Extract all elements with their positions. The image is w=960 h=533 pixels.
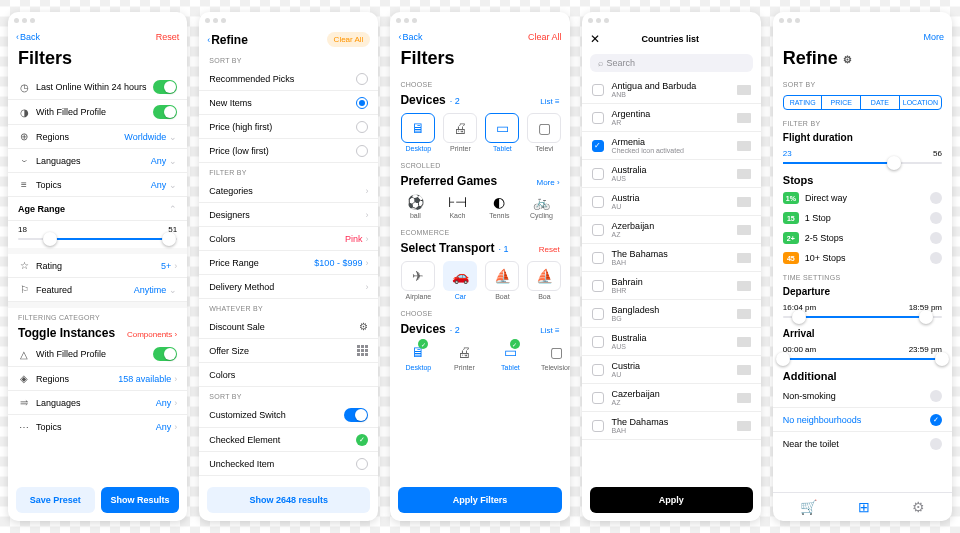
country-row[interactable]: The DahamasBAH bbox=[582, 412, 761, 440]
radio[interactable] bbox=[356, 145, 368, 157]
country-row[interactable]: CazerbaijanAZ bbox=[582, 384, 761, 412]
row-topics-2[interactable]: ⋯TopicsAny› bbox=[8, 415, 187, 439]
search-input[interactable]: ⌕Search bbox=[590, 54, 753, 72]
country-row[interactable]: ArgentinaAR bbox=[582, 104, 761, 132]
country-row[interactable]: AzerbaijanAZ bbox=[582, 216, 761, 244]
row-regions[interactable]: ⊕RegionsWorldwide⌄ bbox=[8, 125, 187, 149]
radio[interactable] bbox=[356, 73, 368, 85]
device-printer-2[interactable]: 🖨Printer bbox=[446, 342, 482, 371]
row-languages[interactable]: ⏑LanguagesAny⌄ bbox=[8, 149, 187, 173]
settings-tab[interactable]: ⚙ bbox=[912, 499, 925, 515]
radio[interactable] bbox=[356, 97, 368, 109]
seg-rating[interactable]: RATING bbox=[784, 96, 823, 109]
more-link[interactable]: More › bbox=[536, 178, 559, 187]
row-colors-2[interactable]: Colors bbox=[199, 363, 378, 387]
country-row[interactable]: Antigua and BarbudaANB bbox=[582, 76, 761, 104]
back-button[interactable]: ‹ Back bbox=[398, 32, 422, 42]
country-row[interactable]: BahrainBHR bbox=[582, 272, 761, 300]
country-row[interactable]: BangladeshBG bbox=[582, 300, 761, 328]
checkbox[interactable] bbox=[592, 252, 604, 264]
row-filled-profile-2[interactable]: △With Filled Profile bbox=[8, 342, 187, 367]
checkbox[interactable] bbox=[592, 364, 604, 376]
cart-tab[interactable]: 🛒 bbox=[800, 499, 817, 515]
country-row[interactable]: AustraliaAUS bbox=[582, 160, 761, 188]
apply-filters-button[interactable]: Apply Filters bbox=[398, 487, 561, 513]
back-button[interactable]: ‹ Refine bbox=[207, 33, 248, 47]
filter-designers[interactable]: Designers› bbox=[199, 203, 378, 227]
arrival-slider[interactable]: 00:00 am23:59 pm bbox=[773, 341, 952, 368]
back-button[interactable]: ‹ Back bbox=[16, 32, 40, 42]
country-row[interactable]: The BahamasBAH bbox=[582, 244, 761, 272]
row-non-smoking[interactable]: Non-smoking bbox=[773, 384, 952, 408]
sort-price-high[interactable]: Price (high first) bbox=[199, 115, 378, 139]
show-results-button[interactable]: Show 2648 results bbox=[207, 487, 370, 513]
toggle-blue[interactable] bbox=[344, 408, 368, 422]
duration-slider[interactable]: 2356 bbox=[773, 145, 952, 172]
row-near-toilet[interactable]: Near the toilet bbox=[773, 432, 952, 456]
components-link[interactable]: Components › bbox=[127, 330, 177, 339]
checkbox[interactable] bbox=[592, 84, 604, 96]
transport-airplane[interactable]: ✈Airplane bbox=[400, 261, 436, 300]
list-toggle-2[interactable]: List ≡ bbox=[540, 326, 559, 335]
row-checked[interactable]: Checked Element✓ bbox=[199, 428, 378, 452]
filter-colors[interactable]: ColorsPink› bbox=[199, 227, 378, 251]
row-languages-2[interactable]: ⥤LanguagesAny› bbox=[8, 391, 187, 415]
transport-boat[interactable]: ⛵Boat bbox=[484, 261, 520, 300]
country-row[interactable]: BustraliaAUS bbox=[582, 328, 761, 356]
stop-row[interactable]: 4510+ Stops bbox=[773, 248, 952, 268]
age-slider[interactable]: 1851 bbox=[8, 221, 187, 248]
game-t[interactable]: ⊚T bbox=[568, 194, 569, 219]
sort-segment[interactable]: RATING PRICE DATE LOCATION bbox=[783, 95, 942, 110]
checkbox[interactable] bbox=[592, 420, 604, 432]
seg-location[interactable]: LOCATION bbox=[900, 96, 941, 109]
show-results-button[interactable]: Show Results bbox=[101, 487, 180, 513]
row-switch[interactable]: Customized Switch bbox=[199, 403, 378, 428]
stop-row[interactable]: 151 Stop bbox=[773, 208, 952, 228]
seg-price[interactable]: PRICE bbox=[822, 96, 861, 109]
game-kach[interactable]: ⊦⊣Kach bbox=[442, 194, 472, 219]
row-unchecked[interactable]: Unchecked Item bbox=[199, 452, 378, 476]
row-regions-2[interactable]: ◈Regions158 available› bbox=[8, 367, 187, 391]
checkbox[interactable] bbox=[592, 336, 604, 348]
more-button[interactable]: More bbox=[924, 32, 945, 42]
row-topics[interactable]: ≡TopicsAny⌄ bbox=[8, 173, 187, 197]
sort-price-low[interactable]: Price (low first) bbox=[199, 139, 378, 163]
country-row[interactable]: ✓ArmeniaChecked icon activated bbox=[582, 132, 761, 160]
checkbox[interactable] bbox=[592, 280, 604, 292]
checkbox[interactable] bbox=[592, 392, 604, 404]
row-offer-size[interactable]: Offer Size bbox=[199, 339, 378, 363]
sort-new[interactable]: New Items bbox=[199, 91, 378, 115]
apply-button[interactable]: Apply bbox=[590, 487, 753, 513]
clear-all-button[interactable]: Clear All bbox=[327, 32, 371, 47]
device-tv-2[interactable]: ▢Television bbox=[538, 342, 569, 371]
row-rating[interactable]: ☆Rating5+› bbox=[8, 254, 187, 278]
departure-slider[interactable]: 16:04 pm18:59 pm bbox=[773, 299, 952, 326]
toggle[interactable] bbox=[153, 347, 177, 361]
row-filled-profile[interactable]: ◑With Filled Profile bbox=[8, 100, 187, 125]
toggle[interactable] bbox=[153, 105, 177, 119]
game-cycling[interactable]: 🚲Cycling bbox=[526, 194, 556, 219]
device-tablet[interactable]: ▭Tablet bbox=[484, 113, 520, 152]
grid-tab[interactable]: ⊞ bbox=[858, 499, 870, 515]
device-printer[interactable]: 🖨Printer bbox=[442, 113, 478, 152]
row-last-online[interactable]: ◷Last Online Within 24 hours bbox=[8, 75, 187, 100]
reset-link[interactable]: Reset bbox=[539, 245, 560, 254]
close-button[interactable]: ✕ bbox=[590, 32, 600, 46]
clear-all-button[interactable]: Clear All bbox=[528, 32, 562, 42]
checkbox[interactable] bbox=[592, 196, 604, 208]
row-no-neighbourhoods[interactable]: No neighbourhoods✓ bbox=[773, 408, 952, 432]
game-tennis[interactable]: ◐Tennis bbox=[484, 194, 514, 219]
transport-boa[interactable]: ⛵Boa bbox=[526, 261, 562, 300]
checkbox[interactable]: ✓ bbox=[592, 140, 604, 152]
list-toggle[interactable]: List ≡ bbox=[540, 97, 559, 106]
toggle[interactable] bbox=[153, 80, 177, 94]
reset-button[interactable]: Reset bbox=[156, 32, 180, 42]
country-row[interactable]: CustriaAU bbox=[582, 356, 761, 384]
row-featured[interactable]: ⚐FeaturedAnytime⌄ bbox=[8, 278, 187, 302]
checkbox[interactable] bbox=[592, 224, 604, 236]
radio[interactable] bbox=[356, 121, 368, 133]
device-desktop[interactable]: 🖥Desktop bbox=[400, 113, 436, 152]
row-age-range[interactable]: Age Range⌃ bbox=[8, 197, 187, 221]
device-desktop-2[interactable]: 🖥✓Desktop bbox=[400, 342, 436, 371]
sort-recommended[interactable]: Recommended Picks bbox=[199, 67, 378, 91]
